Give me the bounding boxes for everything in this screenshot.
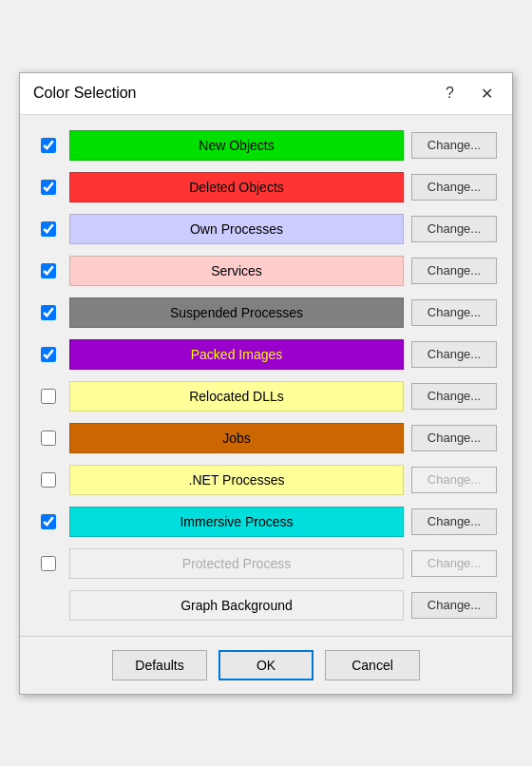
footer: Defaults OK Cancel — [20, 636, 512, 694]
help-button[interactable]: ? — [440, 83, 460, 104]
cancel-button[interactable]: Cancel — [325, 650, 420, 680]
row-packed-images: Packed ImagesChange... — [35, 335, 497, 373]
row-relocated-dlls: Relocated DLLsChange... — [35, 377, 497, 415]
color-label-packed-images: Packed Images — [69, 339, 404, 370]
color-label-deleted-objects: Deleted Objects — [69, 172, 404, 202]
checkbox-new-objects[interactable] — [41, 138, 56, 153]
color-label-services: Services — [69, 256, 404, 286]
row-suspended-processes: Suspended ProcessesChange... — [35, 294, 497, 332]
checkbox-net-processes[interactable] — [41, 472, 56, 488]
checkbox-suspended-processes[interactable] — [41, 305, 56, 320]
checkbox-immersive-process[interactable] — [41, 514, 56, 529]
color-label-relocated-dlls: Relocated DLLs — [69, 381, 404, 412]
row-net-processes: .NET ProcessesChange... — [35, 461, 497, 499]
color-selection-dialog: Color Selection ? ✕ New ObjectsChange...… — [19, 72, 513, 695]
change-button-own-processes[interactable]: Change... — [411, 216, 497, 242]
checkbox-relocated-dlls[interactable] — [41, 389, 56, 404]
color-label-immersive-process: Immersive Process — [69, 507, 404, 537]
change-button-immersive-process[interactable]: Change... — [411, 508, 497, 535]
checkbox-cell-own-processes — [35, 221, 62, 237]
change-button-new-objects[interactable]: Change... — [411, 132, 497, 159]
title-bar: Color Selection ? ✕ — [20, 73, 512, 115]
checkbox-cell-relocated-dlls — [35, 389, 62, 404]
color-label-new-objects: New Objects — [69, 130, 404, 161]
color-label-jobs: Jobs — [69, 423, 404, 453]
checkbox-cell-jobs — [35, 431, 62, 446]
row-deleted-objects: Deleted ObjectsChange... — [35, 168, 497, 206]
checkbox-jobs[interactable] — [41, 431, 56, 446]
checkbox-cell-deleted-objects — [35, 180, 62, 195]
color-label-protected-process: Protected Process — [69, 548, 404, 579]
change-button-services[interactable]: Change... — [411, 258, 497, 284]
checkbox-services[interactable] — [41, 263, 56, 278]
color-label-net-processes: .NET Processes — [69, 465, 404, 495]
title-bar-controls: ? ✕ — [440, 83, 499, 105]
change-button-suspended-processes[interactable]: Change... — [411, 299, 497, 326]
checkbox-deleted-objects[interactable] — [41, 180, 56, 195]
color-label-graph-background: Graph Background — [69, 590, 404, 621]
checkbox-cell-packed-images — [35, 347, 62, 362]
checkbox-cell-suspended-processes — [35, 305, 62, 320]
change-button-graph-background[interactable]: Change... — [411, 592, 497, 619]
checkbox-cell-immersive-process — [35, 514, 62, 529]
row-services: ServicesChange... — [35, 252, 497, 290]
row-own-processes: Own ProcessesChange... — [35, 210, 497, 248]
row-jobs: JobsChange... — [35, 419, 497, 457]
defaults-button[interactable]: Defaults — [112, 650, 207, 680]
change-button-jobs[interactable]: Change... — [411, 425, 497, 451]
change-button-packed-images[interactable]: Change... — [411, 341, 497, 368]
row-protected-process: Protected ProcessChange... — [35, 545, 497, 583]
checkbox-cell-protected-process — [35, 556, 62, 571]
change-button-deleted-objects[interactable]: Change... — [411, 174, 497, 201]
close-button[interactable]: ✕ — [475, 83, 499, 105]
color-label-own-processes: Own Processes — [69, 214, 404, 244]
dialog-title: Color Selection — [33, 85, 137, 102]
rows-container: New ObjectsChange...Deleted ObjectsChang… — [20, 115, 512, 636]
change-button-net-processes: Change... — [411, 467, 497, 493]
checkbox-packed-images[interactable] — [41, 347, 56, 362]
checkbox-cell-new-objects — [35, 138, 62, 153]
change-button-relocated-dlls[interactable]: Change... — [411, 383, 497, 410]
checkbox-own-processes[interactable] — [41, 221, 56, 237]
checkbox-protected-process[interactable] — [41, 556, 56, 571]
row-graph-background: Graph BackgroundChange... — [35, 586, 497, 624]
change-button-protected-process: Change... — [411, 550, 497, 577]
checkbox-cell-net-processes — [35, 472, 62, 488]
ok-button[interactable]: OK — [218, 650, 314, 680]
checkbox-cell-services — [35, 263, 62, 278]
row-immersive-process: Immersive ProcessChange... — [35, 503, 497, 541]
color-label-suspended-processes: Suspended Processes — [69, 297, 404, 328]
row-new-objects: New ObjectsChange... — [35, 126, 497, 164]
